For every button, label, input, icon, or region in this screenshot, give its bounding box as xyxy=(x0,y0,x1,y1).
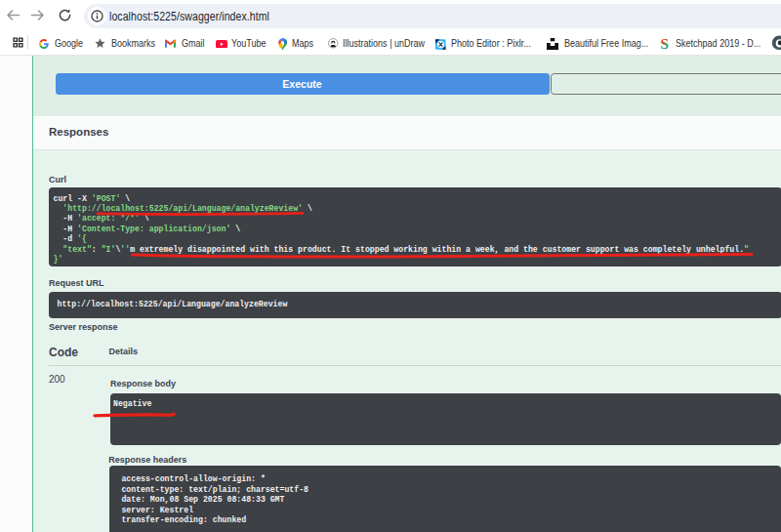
svg-text:S: S xyxy=(660,37,668,51)
